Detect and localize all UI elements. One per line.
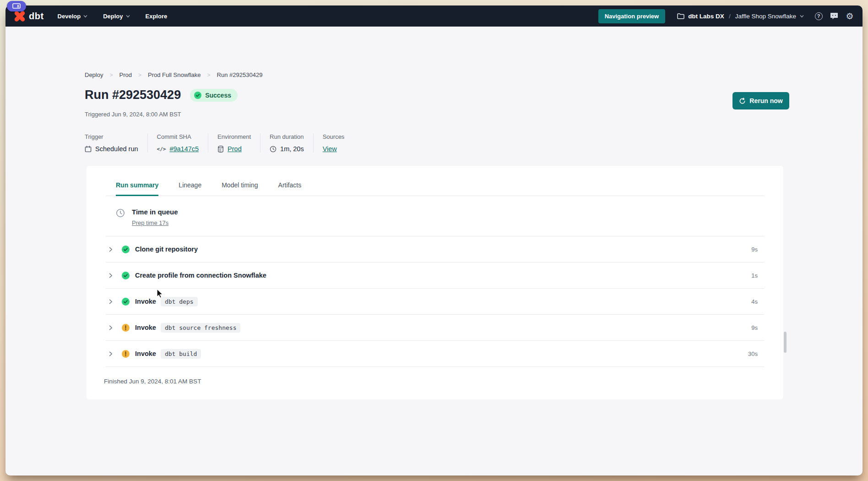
step-duration: 4s (751, 298, 758, 305)
nav-item-develop[interactable]: Develop (58, 13, 88, 20)
meta-label: Environment (217, 133, 251, 140)
step-row-clone-git-repository[interactable]: Clone git repository 9s (106, 236, 764, 262)
step-label: Create profile from connection Snowflake (135, 272, 266, 279)
breadcrumb-job[interactable]: Prod Full Snowflake (148, 71, 201, 78)
feedback-icon (830, 12, 838, 20)
run-summary-card: Run summary Lineage Model timing Artifac… (87, 166, 783, 399)
status-badge-label: Success (205, 92, 231, 99)
chevron-down-icon (126, 14, 130, 18)
meta-environment: Environment Prod (208, 133, 260, 153)
run-steps-list: Time in queue Prep time 17s Clone git re… (106, 196, 764, 367)
clock-icon (116, 208, 125, 218)
project-name: Jaffle Shop Snowflake (735, 13, 796, 20)
step-duration: 1s (751, 272, 758, 279)
step-duration: 9s (751, 324, 758, 331)
scrollbar-thumb[interactable] (784, 332, 787, 353)
tab-bar: Run summary Lineage Model timing Artifac… (106, 178, 764, 196)
database-icon (217, 146, 224, 153)
step-duration: 9s (751, 246, 758, 253)
app-window: dbt Develop Deploy Explore Navigation pr… (5, 5, 863, 476)
step-command: dbt source freshness (161, 323, 241, 333)
chevron-down-icon (800, 14, 804, 18)
tab-model-timing[interactable]: Model timing (222, 178, 258, 196)
environment-link[interactable]: Prod (228, 145, 242, 153)
warning-icon (122, 350, 130, 358)
dbt-logo-text: dbt (29, 11, 44, 22)
sources-view-link[interactable]: View (323, 145, 337, 153)
account-name: dbt Labs DX (688, 13, 724, 20)
meta-label: Trigger (85, 133, 138, 140)
success-check-icon (122, 298, 130, 306)
step-label: Clone git repository (135, 246, 198, 253)
monitor-user-icon (12, 3, 21, 10)
step-command: dbt deps (161, 297, 198, 306)
chevron-right-icon (108, 351, 118, 356)
finished-timestamp: Finished Jun 9, 2024, 8:01 AM BST (104, 378, 783, 385)
step-row-invoke-dbt-build[interactable]: Invoke dbt build 30s (106, 341, 764, 367)
success-check-icon (122, 272, 130, 279)
breadcrumb-separator: > (138, 72, 141, 78)
meta-commit-sha: Commit SHA </> #9a147c5 (147, 133, 208, 153)
step-row-invoke-dbt-deps[interactable]: Invoke dbt deps 4s (106, 289, 764, 315)
tab-artifacts[interactable]: Artifacts (278, 178, 302, 196)
breadcrumb-separator: > (207, 72, 211, 78)
step-row-create-profile[interactable]: Create profile from connection Snowflake… (106, 262, 764, 289)
step-command: dbt build (161, 349, 201, 359)
screen-share-indicator[interactable] (7, 1, 26, 11)
settings-button[interactable]: ⚙ (845, 11, 854, 21)
step-row-invoke-dbt-source-freshness[interactable]: Invoke dbt source freshness 9s (106, 315, 764, 341)
nav-item-label: Develop (58, 13, 81, 20)
time-in-queue-title: Time in queue (132, 208, 178, 216)
calendar-icon (85, 146, 92, 153)
rerun-now-label: Rerun now (749, 97, 782, 104)
run-meta-row: Trigger Scheduled run Commit SHA </> #9a… (85, 133, 353, 153)
tab-run-summary[interactable]: Run summary (116, 178, 158, 196)
success-check-icon (122, 246, 130, 253)
help-button[interactable]: ? (814, 11, 823, 21)
chevron-right-icon (108, 299, 118, 304)
triggered-timestamp: Triggered Jun 9, 2024, 8:00 AM BST (85, 111, 181, 118)
tab-lineage[interactable]: Lineage (179, 178, 201, 196)
nav-icon-group: ? ⚙ (814, 11, 854, 21)
navigation-preview-button[interactable]: Navigation preview (598, 9, 665, 23)
nav-item-label: Explore (146, 13, 168, 20)
nav-item-explore[interactable]: Explore (146, 13, 168, 20)
chevron-right-icon (108, 325, 118, 330)
help-icon: ? (815, 12, 823, 20)
run-duration-value: 1m, 20s (280, 145, 304, 153)
step-duration: 30s (748, 350, 758, 357)
breadcrumb-prod[interactable]: Prod (119, 71, 131, 78)
code-icon: </> (157, 146, 166, 152)
page-title: Run #292530429 (85, 88, 181, 102)
nav-item-label: Deploy (103, 13, 123, 20)
rerun-now-button[interactable]: Rerun now (732, 92, 789, 109)
refresh-icon (739, 98, 746, 104)
meta-sources: Sources View (313, 133, 354, 153)
breadcrumb-deploy[interactable]: Deploy (85, 71, 103, 78)
step-label: Invoke (135, 324, 156, 331)
meta-label: Run duration (270, 133, 304, 140)
path-separator: / (729, 13, 731, 20)
prep-time-link[interactable]: Prep time 17s (132, 219, 168, 226)
chevron-right-icon (108, 273, 118, 278)
meta-trigger: Trigger Scheduled run (85, 133, 147, 153)
nav-menu: Develop Deploy Explore (58, 13, 168, 20)
step-label: Invoke (135, 350, 156, 357)
time-in-queue-row: Time in queue Prep time 17s (106, 196, 764, 236)
chevron-right-icon (108, 247, 118, 252)
status-badge: Success (190, 89, 238, 102)
dbt-logo[interactable]: dbt (14, 10, 44, 22)
warning-icon (122, 324, 130, 332)
meta-label: Commit SHA (157, 133, 199, 140)
project-switcher[interactable]: dbt Labs DX / Jaffle Shop Snowflake (677, 13, 804, 20)
meta-label: Sources (323, 133, 345, 140)
step-label: Invoke (135, 298, 156, 305)
clock-icon (270, 146, 277, 153)
nav-item-deploy[interactable]: Deploy (103, 13, 130, 20)
dbt-logo-icon (14, 10, 26, 22)
feedback-button[interactable] (830, 11, 839, 21)
folder-icon (677, 13, 684, 19)
commit-sha-link[interactable]: #9a147c5 (169, 145, 199, 153)
breadcrumb: Deploy > Prod > Prod Full Snowflake > Ru… (85, 71, 262, 78)
breadcrumb-run[interactable]: Run #292530429 (217, 71, 263, 78)
